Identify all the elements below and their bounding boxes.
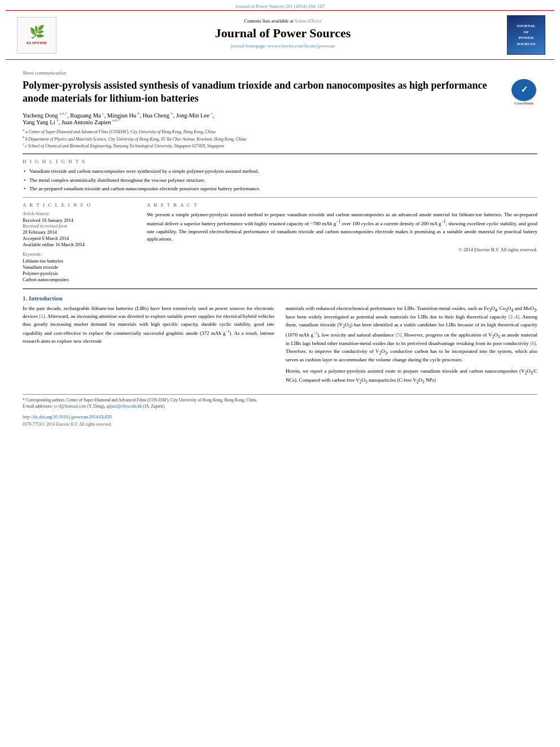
highlights-heading: H I G H L I G H T S bbox=[23, 159, 537, 164]
history-label: Article history: bbox=[23, 211, 135, 216]
accepted-date: Accepted 6 March 2014 bbox=[23, 235, 135, 241]
intro-body: In the past decade, rechargeable lithium… bbox=[23, 305, 537, 388]
keyword-3: Polymer-pyrolysis bbox=[23, 270, 135, 276]
article-title-block: Polymer-pyrolysis assisted synthesis of … bbox=[23, 79, 537, 106]
journal-header-center: Contents lists available at ScienceDirec… bbox=[62, 15, 504, 55]
article-info-heading: A R T I C L E I N F O bbox=[23, 202, 135, 208]
copyright-text: © 2014 Elsevier B.V. All rights reserved… bbox=[147, 247, 537, 252]
issn-area: 0378-7753/© 2014 Elsevier B.V. All right… bbox=[23, 421, 537, 427]
affiliations-block: a a Center of Super-Diamond and Advanced… bbox=[23, 128, 537, 149]
intro-left-text: In the past decade, rechargeable lithium… bbox=[23, 305, 274, 346]
affiliation-b: b b Department of Physics and Materials … bbox=[23, 135, 537, 142]
doi-area: http://dx.doi.org/10.1016/j.jpowsour.201… bbox=[23, 413, 537, 420]
journal-citation: Journal of Power Sources 261 (2014) 184–… bbox=[235, 3, 325, 9]
crossmark-badge: ✓ CrossMark bbox=[510, 79, 537, 106]
issn-text: 0378-7753/© 2014 Elsevier B.V. All right… bbox=[23, 422, 112, 427]
abstract-col: A B S T R A C T We present a simple poly… bbox=[147, 202, 537, 283]
intro-left-col: In the past decade, rechargeable lithium… bbox=[23, 305, 274, 388]
keyword-1: Lithium-ion batteries bbox=[23, 258, 135, 264]
intro-right-text-1: materials with enhanced electrochemical … bbox=[286, 305, 537, 365]
intro-right-text-2: Herein, we report a polymer-pyrolysis as… bbox=[286, 368, 537, 385]
footnote-area: * Corresponding authors. Center of Super… bbox=[23, 394, 537, 410]
corresponding-note: * Corresponding authors. Center of Super… bbox=[23, 397, 537, 403]
received-date: Received 18 January 2014 bbox=[23, 217, 135, 223]
available-date: Available online 16 March 2014 bbox=[23, 242, 135, 247]
highlight-3: The as-prepared vanadium trioxide and ca… bbox=[23, 185, 537, 193]
highlights-section: H I G H L I G H T S Vanadium trioxide an… bbox=[23, 159, 537, 193]
journal-logo-text: JOURNALOFPOWERSOURCES bbox=[517, 23, 536, 47]
affiliation-c: c c School of Chemical and Biomedical En… bbox=[23, 142, 537, 149]
journal-header: 🌿 ELSEVIER Contents lists available at S… bbox=[6, 10, 554, 60]
ref-1: [1] bbox=[39, 313, 45, 319]
elsevier-label: ELSEVIER bbox=[27, 41, 46, 46]
journal-top-bar: Journal of Power Sources 261 (2014) 184–… bbox=[0, 0, 560, 10]
keyword-2: Vanadium trioxide bbox=[23, 264, 135, 270]
sciencedirect-text: Contents lists available at ScienceDirec… bbox=[62, 18, 504, 24]
section-type-label: Short communication bbox=[23, 70, 537, 76]
ref-6: [6] bbox=[530, 340, 536, 346]
introduction-section: 1. Introduction In the past decade, rech… bbox=[23, 295, 537, 388]
abstract-heading: A B S T R A C T bbox=[147, 202, 537, 208]
contents-text: Contents lists available at bbox=[244, 18, 295, 24]
journal-title: Journal of Power Sources bbox=[62, 26, 504, 41]
journal-logo-right: JOURNALOFPOWERSOURCES bbox=[504, 15, 549, 55]
keyword-4: Carbon nanocomposites bbox=[23, 277, 135, 282]
article-info-col: A R T I C L E I N F O Article history: R… bbox=[23, 202, 135, 283]
intro-heading: 1. Introduction bbox=[23, 295, 537, 302]
abstract-text: We present a simple polymer-pyrolysis as… bbox=[147, 211, 537, 243]
ref-2-4: [2–4] bbox=[509, 314, 520, 320]
sciencedirect-link[interactable]: ScienceDirect bbox=[295, 18, 322, 24]
info-abstract-block: A R T I C L E I N F O Article history: R… bbox=[23, 202, 537, 283]
authors-line: Yucheng Dong a,b,*, Ruguang Ma c, Mingju… bbox=[23, 111, 537, 125]
doi-link[interactable]: http://dx.doi.org/10.1016/j.jpowsour.201… bbox=[23, 414, 112, 420]
email-1: yc-d@hotmail.com bbox=[54, 404, 86, 409]
received-revised-date: 20 February 2014 bbox=[23, 229, 135, 235]
email-note: E-mail addresses: yc-d@hotmail.com (Y. D… bbox=[23, 403, 537, 409]
crossmark-label: CrossMark bbox=[514, 101, 533, 106]
keywords-label: Keywords: bbox=[23, 252, 135, 257]
elsevier-logo-area: 🌿 ELSEVIER bbox=[11, 15, 62, 55]
highlight-2: The metal complex atomistically distribu… bbox=[23, 177, 537, 184]
email-2: apjazs@cityu.edu.hk bbox=[106, 404, 142, 409]
intro-right-col: materials with enhanced electrochemical … bbox=[286, 305, 537, 388]
divider-mid bbox=[23, 197, 537, 198]
main-content: Short communication Polymer-pyrolysis as… bbox=[0, 60, 560, 431]
divider-top bbox=[23, 154, 537, 154]
ref-5: [5] bbox=[396, 332, 402, 338]
received-revised-label: Received in revised form bbox=[23, 224, 135, 229]
article-title-text: Polymer-pyrolysis assisted synthesis of … bbox=[23, 80, 487, 104]
page: Journal of Power Sources 261 (2014) 184–… bbox=[0, 0, 560, 747]
divider-bottom bbox=[23, 289, 537, 289]
crossmark-circle: ✓ bbox=[511, 79, 536, 101]
affiliation-a: a a Center of Super-Diamond and Advanced… bbox=[23, 128, 537, 135]
journal-homepage: journal homepage: www.elsevier.com/locat… bbox=[62, 43, 504, 49]
highlight-1: Vanadium trioxide and carbon nanocomposi… bbox=[23, 168, 537, 175]
